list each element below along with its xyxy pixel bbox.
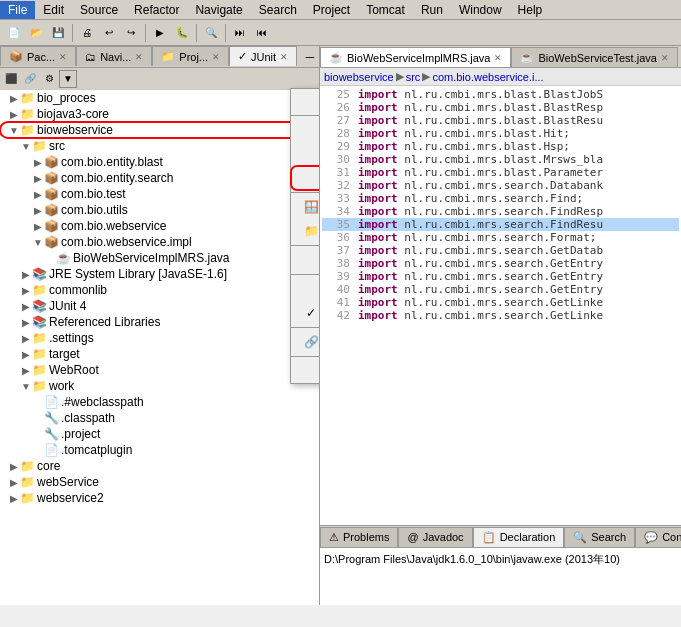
toggle-utils[interactable]: ▶ [32, 205, 44, 216]
toolbar-next[interactable]: ⏭ [230, 23, 250, 43]
menu-window-working-set[interactable]: 🪟 1 Window Working Set [291, 195, 320, 219]
toggle-target[interactable]: ▶ [20, 349, 32, 360]
breadcrumb-package[interactable]: com.bio.webservice.i... [432, 71, 543, 83]
toolbar-save[interactable]: 💾 [48, 23, 68, 43]
view-menu-btn[interactable]: ⚙ [40, 70, 58, 88]
toolbar-undo[interactable]: ↩ [99, 23, 119, 43]
menu-deselect-working-set[interactable]: Deselect Working Set [291, 142, 320, 166]
breadcrumb-biowebservice[interactable]: biowebservice [324, 71, 394, 83]
toggle-webservice-root[interactable]: ▶ [8, 477, 20, 488]
toggle-reflibs[interactable]: ▶ [20, 317, 32, 328]
menu-navigate[interactable]: Navigate [187, 1, 250, 19]
toggle-webservice[interactable]: ▶ [32, 221, 44, 232]
tree-item-webservice2[interactable]: ▶ 📁 webservice2 [0, 490, 319, 506]
toggle-biojava3[interactable]: ▶ [8, 109, 20, 120]
collapse-all-btn[interactable]: ⬛ [2, 70, 20, 88]
tab-package-explorer[interactable]: 📦 Pac... ✕ [0, 46, 76, 66]
breadcrumb-src[interactable]: src [406, 71, 421, 83]
tree-item-webservice-root[interactable]: ▶ 📁 webService [0, 474, 319, 490]
tree-item-junit4[interactable]: ▶ 📚 JUnit 4 [0, 298, 319, 314]
toggle-jre[interactable]: ▶ [20, 269, 32, 280]
menu-top-level-elements[interactable]: Top Level Elements [291, 89, 320, 113]
menu-bio3[interactable]: 📁 2 bio3 [291, 219, 320, 243]
tree-item-tomcatplugin[interactable]: 📄 .tomcatplugin [0, 442, 319, 458]
menu-select-working-set[interactable]: Select Working Set... [291, 118, 320, 142]
menu-help[interactable]: Help [510, 1, 551, 19]
tab-junit-close[interactable]: ✕ [280, 52, 288, 62]
tab-declaration[interactable]: 📋 Declaration [473, 527, 565, 547]
tree-item-commonlib[interactable]: ▶ 📁 commonlib [0, 282, 319, 298]
menu-refactor[interactable]: Refactor [126, 1, 187, 19]
menu-source[interactable]: Source [72, 1, 126, 19]
tree-item-project-file[interactable]: 🔧 .project [0, 426, 319, 442]
tree-item-settings[interactable]: ▶ 📁 .settings [0, 330, 319, 346]
tree-item-jre[interactable]: ▶ 📚 JRE System Library [JavaSE-1.6] [0, 266, 319, 282]
link-editor-btn[interactable]: 🔗 [21, 70, 39, 88]
tab-console[interactable]: 💬 Con... [635, 527, 681, 547]
minimize-view-btn[interactable]: ─ [301, 48, 319, 66]
tree-item-biowsimpl-java[interactable]: ☕ BioWebServiceImplMRS.java [0, 250, 319, 266]
tree-item-work[interactable]: ▼ 📁 work [0, 378, 319, 394]
menu-link-editor[interactable]: 🔗 Link with Editor [291, 330, 320, 354]
tree-item-target[interactable]: ▶ 📁 target [0, 346, 319, 362]
toggle-webroot[interactable]: ▶ [20, 365, 32, 376]
tree-item-bio-proces[interactable]: ▶ 📁 bio_proces [0, 90, 319, 106]
tree-item-webroot[interactable]: ▶ 📁 WebRoot [0, 362, 319, 378]
tab-javadoc[interactable]: @ Javadoc [398, 527, 472, 547]
menu-edit[interactable]: Edit [35, 1, 72, 19]
tree-item-webservice[interactable]: ▶ 📦 com.bio.webservice [0, 218, 319, 234]
toggle-entity-blast[interactable]: ▶ [32, 157, 44, 168]
toggle-biowebservice[interactable]: ▼ [8, 125, 20, 136]
toolbar-redo[interactable]: ↪ [121, 23, 141, 43]
tree-item-webclasspath[interactable]: 📄 .#webclasspath [0, 394, 319, 410]
tab-problems[interactable]: ⚠ Problems [320, 527, 398, 547]
tree-item-entity-search[interactable]: ▶ 📦 com.bio.entity.search [0, 170, 319, 186]
tab-navigator[interactable]: 🗂 Navi... ✕ [76, 46, 152, 66]
project-tree[interactable]: ▶ 📁 bio_proces ▶ 📁 biojava3-core ▼ 📁 bio… [0, 90, 319, 605]
menu-package-presentation[interactable]: Package Presentation [291, 277, 320, 301]
toolbar-new[interactable]: 📄 [4, 23, 24, 43]
toolbar-debug[interactable]: 🐛 [172, 23, 192, 43]
tree-item-utils[interactable]: ▶ 📦 com.bio.utils [0, 202, 319, 218]
toolbar-run[interactable]: ▶ [150, 23, 170, 43]
menu-file[interactable]: File [0, 1, 35, 19]
toggle-junit4[interactable]: ▶ [20, 301, 32, 312]
menu-project[interactable]: Project [305, 1, 358, 19]
tree-item-src[interactable]: ▼ 📁 src [0, 138, 319, 154]
toggle-entity-search[interactable]: ▶ [32, 173, 44, 184]
toggle-work[interactable]: ▼ [20, 381, 32, 392]
tab-project[interactable]: 📁 Proj... ✕ [152, 46, 229, 66]
toolbar-search[interactable]: 🔍 [201, 23, 221, 43]
menu-window[interactable]: Window [451, 1, 510, 19]
biowstest-tab-close[interactable]: ✕ [661, 53, 669, 63]
biowsimpl-tab-close[interactable]: ✕ [494, 53, 502, 63]
tree-item-entity-blast[interactable]: ▶ 📦 com.bio.entity.blast [0, 154, 319, 170]
tree-item-test[interactable]: ▶ 📦 com.bio.test [0, 186, 319, 202]
toolbar-open[interactable]: 📂 [26, 23, 46, 43]
toggle-webservice2[interactable]: ▶ [8, 493, 20, 504]
toolbar-print[interactable]: 🖨 [77, 23, 97, 43]
tree-item-classpath[interactable]: 🔧 .classpath [0, 410, 319, 426]
tree-item-reflibs[interactable]: ▶ 📚 Referenced Libraries [0, 314, 319, 330]
toggle-src[interactable]: ▼ [20, 141, 32, 152]
tab-search[interactable]: 🔍 Search [564, 527, 635, 547]
tab-navi-close[interactable]: ✕ [135, 52, 143, 62]
toggle-settings[interactable]: ▶ [20, 333, 32, 344]
tree-item-biojava3[interactable]: ▶ 📁 biojava3-core [0, 106, 319, 122]
tree-item-core[interactable]: ▶ 📁 core [0, 458, 319, 474]
tab-junit[interactable]: ✓ JUnit ✕ [229, 46, 297, 66]
tree-item-webservice-impl[interactable]: ▼ 📦 com.bio.webservice.impl [0, 234, 319, 250]
menu-run[interactable]: Run [413, 1, 451, 19]
menu-filters[interactable]: Filters... [291, 248, 320, 272]
menu-show-ref-libs[interactable]: ✓ Show 'Referenced Libraries' Node [291, 301, 320, 325]
menu-edit-active-working-set[interactable]: Edit Active Working Set... [291, 166, 320, 190]
code-editor[interactable]: 25import nl.ru.cmbi.mrs.blast.BlastJobS … [320, 86, 681, 525]
tab-pac-close[interactable]: ✕ [59, 52, 67, 62]
toggle-webservice-impl[interactable]: ▼ [32, 237, 44, 248]
toggle-commonlib[interactable]: ▶ [20, 285, 32, 296]
dropdown-btn[interactable]: ▼ [59, 70, 77, 88]
editor-tab-biowsimpl[interactable]: ☕ BioWebServiceImplMRS.java ✕ [320, 47, 511, 67]
toggle-core[interactable]: ▶ [8, 461, 20, 472]
toggle-bio-proces[interactable]: ▶ [8, 93, 20, 104]
toolbar-prev[interactable]: ⏮ [252, 23, 272, 43]
